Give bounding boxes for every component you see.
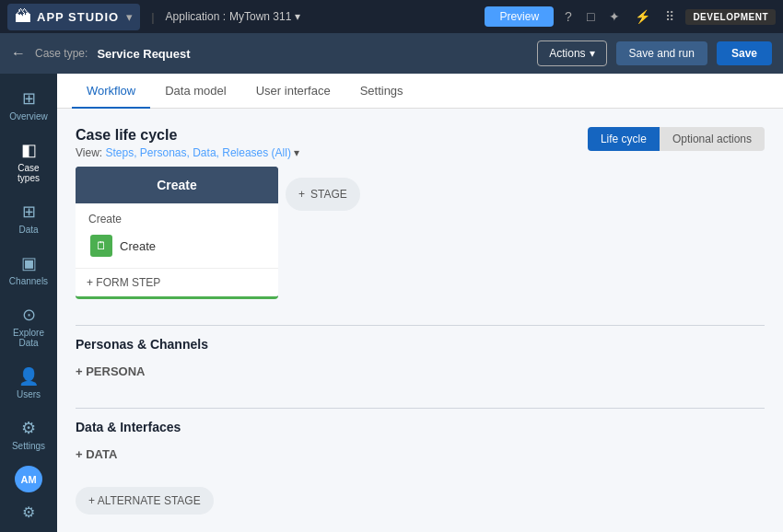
case-type-prefix: Case type: xyxy=(35,47,88,60)
case-type-name: Service Request xyxy=(97,47,190,61)
add-stage-button[interactable]: + STAGE xyxy=(286,178,360,211)
monitor-icon[interactable]: □ xyxy=(583,6,598,28)
alternate-stage-label: + ALTERNATE STAGE xyxy=(88,494,201,507)
actions-dropdown-icon: ▾ xyxy=(590,47,595,60)
grid-icon[interactable]: ⠿ xyxy=(661,6,678,28)
sidebar-item-channels[interactable]: ▣ Channels xyxy=(3,246,54,294)
explore-icon: ⊙ xyxy=(22,305,36,325)
add-stage-label: STAGE xyxy=(310,188,347,201)
sidebar-item-data[interactable]: ⊞ Data xyxy=(3,194,54,242)
top-bar: 🏔 APP STUDIO ▾ | Application : MyTown 31… xyxy=(0,0,783,33)
app-selector[interactable]: Application : MyTown 311 ▾ xyxy=(166,10,301,23)
logo-icon: 🏔 xyxy=(15,7,31,27)
save-button[interactable]: Save xyxy=(717,41,772,65)
lifecycle-toggle: Life cycle Optional actions xyxy=(588,127,765,151)
tab-data-model[interactable]: Data model xyxy=(150,75,240,109)
step-group-label: Create xyxy=(83,209,271,229)
stage-body: Create 🗒 Create + FORM STEP xyxy=(76,203,278,296)
bolt-icon[interactable]: ⚡ xyxy=(631,6,654,28)
channels-icon: ▣ xyxy=(21,253,37,273)
step-name: Create xyxy=(120,239,156,253)
section-header: Case life cycle View: Steps, Personas, D… xyxy=(76,127,765,159)
alternate-stage-button[interactable]: + ALTERNATE STAGE xyxy=(76,487,214,515)
divider-2 xyxy=(76,408,765,409)
step-group: Create 🗒 Create xyxy=(76,203,278,269)
optional-actions-button[interactable]: Optional actions xyxy=(660,127,765,151)
sidebar-item-case-types[interactable]: ◧ Case types xyxy=(3,133,54,191)
add-persona-label: + PERSONA xyxy=(76,364,146,378)
bottom-gear-icon[interactable]: ⚙ xyxy=(22,503,35,521)
create-stage: Create Create 🗒 Create + FORM STEP xyxy=(76,167,278,299)
step-item[interactable]: 🗒 Create xyxy=(83,229,271,262)
divider-1 xyxy=(76,325,765,326)
sidebar-item-users[interactable]: 👤 Users xyxy=(3,359,54,407)
sidebar: ⊞ Overview ◧ Case types ⊞ Data ▣ Channel… xyxy=(0,74,57,532)
sidebar-item-settings[interactable]: ⚙ Settings xyxy=(3,411,54,458)
add-data-label: + DATA xyxy=(76,447,117,461)
settings-icon: ⚙ xyxy=(21,418,36,438)
save-and-run-button[interactable]: Save and run xyxy=(616,41,707,65)
app-name: MyTown 311 xyxy=(229,10,291,23)
lifecycle-button[interactable]: Life cycle xyxy=(588,127,660,151)
view-arrow[interactable]: ▾ xyxy=(294,146,299,159)
app-label: Application : xyxy=(166,10,226,23)
data-section: Data & Interfaces + DATA xyxy=(76,420,765,465)
sidebar-item-explore-data[interactable]: ⊙ Explore Data xyxy=(3,297,54,355)
tab-user-interface[interactable]: User interface xyxy=(241,75,345,109)
add-persona-button[interactable]: + PERSONA xyxy=(76,361,765,382)
personas-title: Personas & Channels xyxy=(76,337,765,352)
stage-area: Create Create 🗒 Create + FORM STEP xyxy=(76,167,765,299)
dev-badge: DEVELOPMENT xyxy=(685,9,776,25)
stage-header[interactable]: Create xyxy=(76,167,278,203)
add-form-step-button[interactable]: + FORM STEP xyxy=(76,269,278,296)
second-bar: ← Case type: Service Request Actions ▾ S… xyxy=(0,33,783,74)
back-button[interactable]: ← xyxy=(11,45,26,62)
actions-button[interactable]: Actions ▾ xyxy=(537,40,606,66)
sidebar-item-overview[interactable]: ⊞ Overview xyxy=(3,81,54,129)
content-area: Case life cycle View: Steps, Personas, D… xyxy=(57,109,783,532)
sidebar-item-label: Channels xyxy=(9,276,48,286)
sidebar-item-label: Data xyxy=(18,225,38,235)
overview-icon: ⊞ xyxy=(22,88,36,109)
preview-button[interactable]: Preview xyxy=(485,6,554,27)
avatar[interactable]: AM xyxy=(15,466,42,492)
data-icon: ⊞ xyxy=(22,202,36,222)
layout: ⊞ Overview ◧ Case types ⊞ Data ▣ Channel… xyxy=(0,74,783,532)
add-data-button[interactable]: + DATA xyxy=(76,444,765,465)
sidebar-item-label: Case types xyxy=(6,163,51,183)
tab-workflow[interactable]: Workflow xyxy=(72,75,150,109)
view-links[interactable]: Steps, Personas, Data, Releases (All) xyxy=(105,146,290,159)
sidebar-item-label: Explore Data xyxy=(6,328,51,348)
view-prefix: View: xyxy=(76,146,102,159)
star-icon[interactable]: ✦ xyxy=(605,6,624,28)
sidebar-item-label: Users xyxy=(17,389,41,399)
main-content: Workflow Data model User interface Setti… xyxy=(57,74,783,532)
app-dropdown-icon[interactable]: ▾ xyxy=(295,10,300,23)
sidebar-item-label: Settings xyxy=(12,441,45,451)
app-studio-label: APP STUDIO xyxy=(37,10,119,24)
section-title: Case life cycle xyxy=(76,127,299,144)
data-title: Data & Interfaces xyxy=(76,420,765,434)
app-studio-logo[interactable]: 🏔 APP STUDIO ▾ xyxy=(7,4,140,30)
separator: | xyxy=(151,10,154,24)
tab-bar: Workflow Data model User interface Setti… xyxy=(57,74,783,109)
add-stage-icon: + xyxy=(298,188,305,201)
logo-dropdown-icon[interactable]: ▾ xyxy=(126,10,133,24)
add-form-step-label: + FORM STEP xyxy=(87,276,160,289)
help-icon[interactable]: ? xyxy=(561,6,576,28)
personas-section: Personas & Channels + PERSONA xyxy=(76,337,765,382)
users-icon: 👤 xyxy=(18,366,39,387)
step-icon: 🗒 xyxy=(90,235,112,257)
section-title-group: Case life cycle View: Steps, Personas, D… xyxy=(76,127,299,159)
sidebar-item-label: Overview xyxy=(9,111,48,121)
case-types-icon: ◧ xyxy=(21,140,37,160)
section-subtitle: View: Steps, Personas, Data, Releases (A… xyxy=(76,146,299,159)
tab-settings[interactable]: Settings xyxy=(345,75,418,109)
